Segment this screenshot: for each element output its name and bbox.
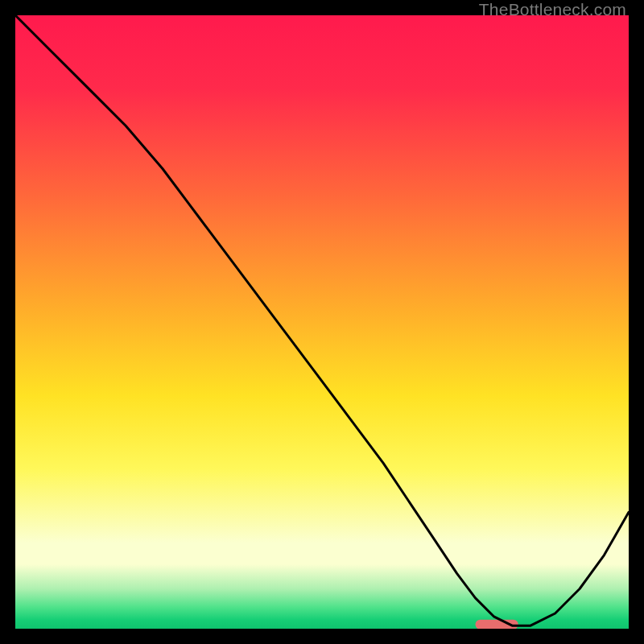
watermark-label: TheBottleneck.com xyxy=(479,0,626,19)
bottleneck-chart xyxy=(15,15,629,629)
chart-frame xyxy=(15,15,629,629)
